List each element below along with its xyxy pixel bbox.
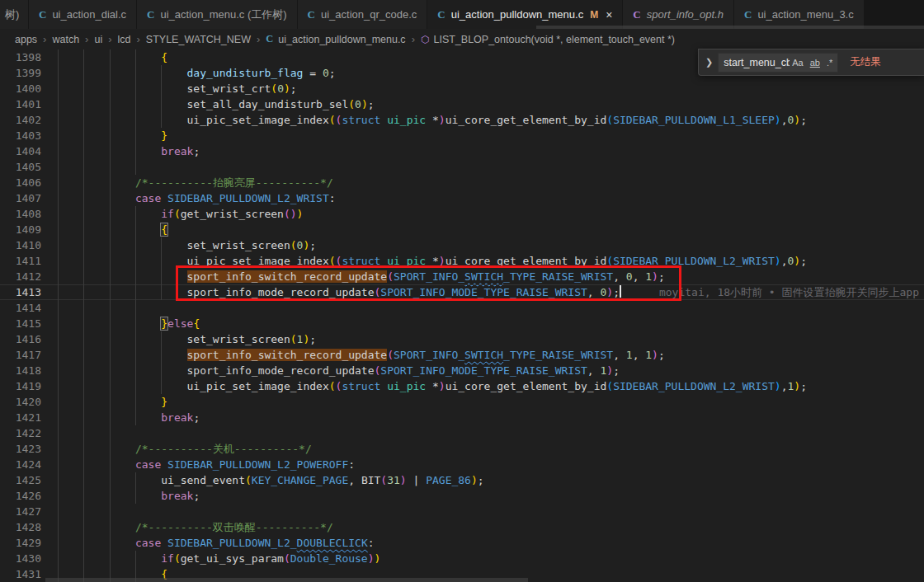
code-line[interactable]: 1420 } — [0, 394, 924, 410]
code-text: /*----------关机----------*/ — [58, 441, 312, 457]
c-file-icon: C — [266, 33, 273, 45]
code-text: sport_info_mode_record_update(SPORT_INFO… — [58, 284, 919, 300]
line-number: 1406 — [0, 175, 41, 190]
indent-guide — [58, 159, 59, 175]
line-number: 1421 — [0, 410, 41, 425]
code-line[interactable]: 1419 ui_pic_set_image_index((struct ui_p… — [0, 378, 924, 394]
tab-label: ui_action_menu.c (工作树) — [160, 7, 286, 22]
code-text: /*----------双击唤醒----------*/ — [58, 519, 333, 535]
breadcrumb-item[interactable]: Cui_action_pulldown_menu.c — [266, 33, 405, 45]
breadcrumb: apps›watch›ui›lcd›STYLE_WATCH_NEW›Cui_ac… — [0, 29, 924, 49]
code-line[interactable]: 1404 break; — [0, 143, 924, 159]
tab-ui_action_menu_3.c[interactable]: Cui_action_menu_3.c — [734, 0, 864, 29]
code-line[interactable]: 1424 case SIDEBAR_PULLDOWN_L2_POWEROFF: — [0, 457, 924, 472]
line-number: 1399 — [0, 65, 41, 81]
code-line[interactable]: 1401 set_all_day_undisturb_sel(0); — [0, 96, 924, 112]
code-line[interactable]: 1423 /*----------关机----------*/ — [0, 441, 924, 457]
breadcrumb-label: watch — [52, 34, 79, 45]
close-icon[interactable]: × — [606, 8, 612, 21]
line-number: 1415 — [0, 316, 41, 331]
indent-guide — [135, 159, 136, 175]
tab-ui_action_menu.c-[interactable]: Cui_action_menu.c (工作树) — [137, 0, 297, 29]
code-line[interactable]: 1428 /*----------双击唤醒----------*/ — [0, 519, 924, 535]
code-text: case SIDEBAR_PULLDOWN_L2_WRIST: — [58, 190, 336, 206]
code-line[interactable]: 1403 } — [0, 128, 924, 143]
breadcrumb-separator-icon: › — [108, 33, 111, 45]
line-number: 1417 — [0, 347, 41, 363]
indent-guide — [83, 425, 84, 441]
regex-icon[interactable]: .* — [824, 57, 835, 68]
breadcrumb-item[interactable]: ⬡LIST_BLOP_ontouch(void *, element_touch… — [421, 34, 675, 45]
match-case-icon[interactable]: Aa — [790, 57, 805, 68]
find-expand-chevron-icon[interactable]: ❯ — [705, 57, 713, 68]
breadcrumb-item[interactable]: apps — [15, 34, 37, 45]
code-line[interactable]: 1430 if(get_ui_sys_param(Double_Rouse)) — [0, 551, 924, 566]
code-text: if(get_wrist_screen()) — [58, 206, 303, 222]
line-number: 1410 — [0, 237, 41, 253]
code-line[interactable]: 1410 set_wrist_screen(0); — [0, 237, 924, 253]
tab-sport_info_opt.h[interactable]: Csport_info_opt.h — [623, 0, 733, 29]
code-line[interactable]: 1411 ui_pic_set_image_index((struct ui_p… — [0, 253, 924, 269]
code-line[interactable]: 1426 break; — [0, 488, 924, 504]
code-line[interactable]: 1427 — [0, 504, 924, 519]
tab-ui_action_pulldown_menu.c[interactable]: Cui_action_pulldown_menu.cM× — [427, 0, 622, 29]
line-number: 1400 — [0, 81, 41, 96]
breadcrumb-item[interactable]: watch — [52, 34, 79, 45]
code-text: sport_info_switch_record_update(SPORT_IN… — [58, 269, 665, 284]
code-line[interactable]: 1405 — [0, 159, 924, 175]
code-text: ui_pic_set_image_index((struct ui_pic *)… — [58, 253, 807, 269]
horizontal-scrollbar[interactable] — [45, 578, 528, 582]
vscode-window: 树)Cui_action_dial.cCui_action_menu.c (工作… — [0, 0, 924, 582]
breadcrumb-item[interactable]: STYLE_WATCH_NEW — [146, 34, 251, 45]
code-line[interactable]: 1425 ui_send_event(KEY_CHANGE_PAGE, BIT(… — [0, 472, 924, 488]
code-text: sport_info_switch_record_update(SPORT_IN… — [58, 347, 665, 363]
code-line[interactable]: 1418 sport_info_mode_record_update(SPORT… — [0, 363, 924, 378]
code-line[interactable]: 1415 }else{ — [0, 316, 924, 331]
symbol-method-icon: ⬡ — [421, 34, 429, 45]
find-input[interactable] — [719, 57, 790, 68]
line-number: 1409 — [0, 222, 41, 237]
code-text: set_wrist_screen(0); — [58, 237, 316, 253]
code-text: break; — [58, 410, 200, 425]
tab-label: ui_action_qr_code.c — [321, 8, 417, 21]
line-number: 1429 — [0, 535, 41, 551]
line-number: 1416 — [0, 331, 41, 347]
breadcrumb-item[interactable]: lcd — [118, 34, 131, 45]
code-line[interactable]: 1407 case SIDEBAR_PULLDOWN_L2_WRIST: — [0, 190, 924, 206]
code-line[interactable]: 1416 set_wrist_screen(1); — [0, 331, 924, 347]
breadcrumb-separator-icon: › — [137, 33, 140, 45]
indent-guide — [135, 300, 136, 316]
code-text: { — [58, 49, 167, 65]
code-line[interactable]: 1421 break; — [0, 410, 924, 425]
tab-ui_action_qr_code.c[interactable]: Cui_action_qr_code.c — [298, 0, 427, 29]
code-text: }else{ — [58, 316, 200, 331]
indent-guide — [58, 425, 59, 441]
line-number: 1424 — [0, 457, 41, 472]
code-line[interactable]: 1408 if(get_wrist_screen()) — [0, 206, 924, 222]
code-text: case SIDEBAR_PULLDOWN_L2_POWEROFF: — [58, 457, 355, 472]
whole-word-icon[interactable]: ab — [808, 57, 823, 68]
code-line[interactable]: 1413 sport_info_mode_record_update(SPORT… — [0, 284, 924, 300]
line-number: 1412 — [0, 269, 41, 284]
tab--[interactable]: 树) — [0, 0, 28, 29]
line-number: 1401 — [0, 96, 41, 112]
code-line[interactable]: 1417 sport_info_switch_record_update(SPO… — [0, 347, 924, 363]
code-line[interactable]: 1429 case SIDEBAR_PULLDOWN_L2_DOUBLECLIC… — [0, 535, 924, 551]
breadcrumb-label: lcd — [118, 34, 131, 45]
code-text: break; — [58, 488, 200, 504]
indent-guide — [58, 300, 59, 316]
code-text: if(get_ui_sys_param(Double_Rouse)) — [58, 551, 380, 566]
code-line[interactable]: 1414 — [0, 300, 924, 316]
code-line[interactable]: 1422 — [0, 425, 924, 441]
code-line[interactable]: 1402 ui_pic_set_image_index((struct ui_p… — [0, 112, 924, 128]
code-editor[interactable]: 1398 {1399 day_undisturb_flag = 0;1400 s… — [0, 49, 924, 582]
code-line[interactable]: 1412 sport_info_switch_record_update(SPO… — [0, 269, 924, 284]
line-number: 1404 — [0, 143, 41, 159]
code-line[interactable]: 1400 set_wrist_crt(0); — [0, 81, 924, 96]
code-text: ui_pic_set_image_index((struct ui_pic *)… — [58, 378, 807, 394]
code-line[interactable]: 1406 /*----------抬腕亮屏----------*/ — [0, 175, 924, 190]
tab-ui_action_dial.c[interactable]: Cui_action_dial.c — [29, 0, 136, 29]
breadcrumb-item[interactable]: ui — [94, 34, 102, 45]
line-number: 1423 — [0, 441, 41, 457]
code-line[interactable]: 1409 { — [0, 222, 924, 237]
